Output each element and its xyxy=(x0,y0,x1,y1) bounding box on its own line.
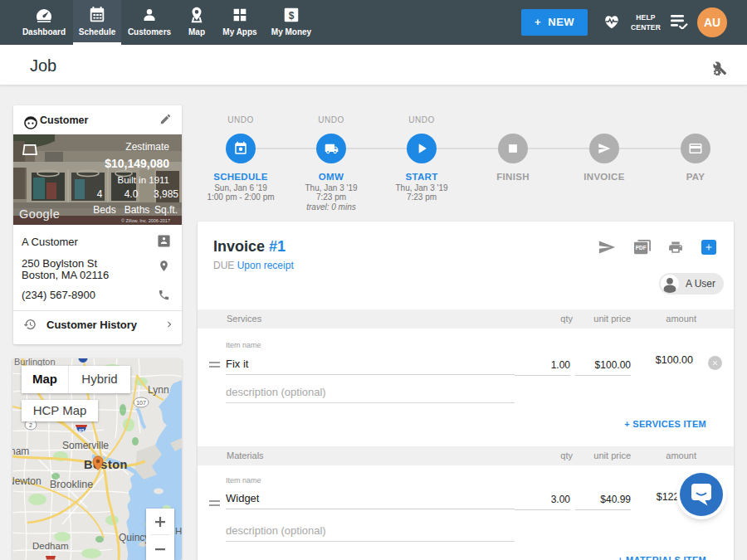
svg-text:Boston: Boston xyxy=(84,458,128,471)
svg-text:Dedham: Dedham xyxy=(32,541,68,551)
svg-text:Newton: Newton xyxy=(12,475,42,487)
svg-text:93: 93 xyxy=(79,428,85,433)
svg-text:$: $ xyxy=(289,10,295,22)
svg-text:PDF: PDF xyxy=(636,245,647,251)
svg-text:Brookline: Brookline xyxy=(50,479,93,490)
svg-text:Hi: Hi xyxy=(175,526,182,536)
svg-text:107: 107 xyxy=(136,400,146,406)
svg-text:Somerville: Somerville xyxy=(62,440,109,451)
svg-text:Lynn: Lynn xyxy=(148,384,169,396)
svg-text:Quincy: Quincy xyxy=(119,532,149,543)
svg-text:2: 2 xyxy=(29,422,32,428)
svg-text:ham: ham xyxy=(12,446,29,457)
